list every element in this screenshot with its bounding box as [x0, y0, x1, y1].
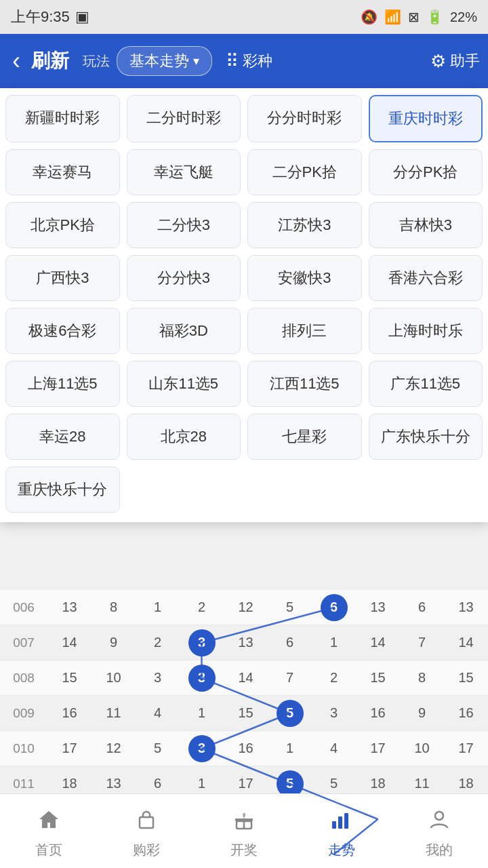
assistant-button[interactable]: ⚙ 助手	[430, 51, 480, 72]
table-row: 00714923136114714	[0, 625, 488, 660]
lottery-item-27[interactable]: 广东快乐十分	[369, 414, 483, 460]
svg-rect-4	[338, 816, 342, 829]
lottery-item-25[interactable]: 北京28	[127, 414, 241, 460]
lottery-item-7[interactable]: 分分PK拾	[369, 149, 483, 195]
nav-label-购彩: 购彩	[133, 841, 160, 859]
data-cell: 14	[224, 670, 268, 686]
table-row: 009161141155316916	[0, 696, 488, 731]
lottery-item-6[interactable]: 二分PK拾	[247, 149, 362, 195]
lottery-item-2[interactable]: 分分时时彩	[247, 95, 362, 142]
nav-item-首页[interactable]: 首页	[0, 804, 98, 859]
data-cell: 8	[92, 599, 136, 615]
svg-point-6	[435, 812, 443, 820]
back-button[interactable]: ‹	[8, 43, 24, 79]
data-cell: 3	[180, 735, 224, 762]
nav-item-购彩[interactable]: 购彩	[98, 804, 195, 859]
table-row: 008151033147215815	[0, 660, 488, 696]
header-title: 刷新	[31, 48, 69, 74]
chevron-down-icon: ▾	[193, 54, 199, 68]
row-id-cell: 006	[0, 600, 47, 615]
data-cell: 17	[444, 741, 488, 756]
data-cell: 5	[136, 741, 180, 756]
nav-item-我的[interactable]: 我的	[390, 804, 488, 859]
svg-rect-5	[344, 813, 348, 829]
lottery-item-24[interactable]: 幸运28	[5, 414, 120, 460]
lottery-item-13[interactable]: 分分快3	[127, 255, 241, 301]
lottery-item-11[interactable]: 吉林快3	[369, 202, 483, 248]
lottery-item-10[interactable]: 江苏快3	[247, 202, 362, 248]
nav-item-走势[interactable]: 走势	[293, 804, 390, 859]
lottery-item-28[interactable]: 重庆快乐十分	[5, 467, 120, 513]
data-cell: 17	[224, 776, 268, 791]
data-cell: 1	[180, 705, 224, 721]
lottery-item-21[interactable]: 山东11选5	[127, 361, 241, 407]
battery-percent: 22%	[450, 9, 477, 25]
data-cell: 15	[224, 705, 268, 721]
status-right: 🔕 📶 ⊠ 🔋 22%	[361, 9, 477, 25]
table-row: 0101712531614171017	[0, 731, 488, 766]
lottery-item-16[interactable]: 极速6合彩	[5, 308, 120, 354]
data-cell: 16	[47, 705, 92, 721]
data-cell: 10	[400, 741, 444, 756]
data-cell: 17	[356, 741, 400, 756]
row-id-cell: 009	[0, 706, 47, 721]
gear-icon: ⚙	[430, 51, 446, 72]
lottery-item-1[interactable]: 二分时时彩	[127, 95, 241, 142]
lottery-item-26[interactable]: 七星彩	[247, 414, 362, 460]
row-id-cell: 011	[0, 776, 47, 791]
lottery-item-4[interactable]: 幸运赛马	[5, 149, 120, 195]
data-cell: 6	[268, 635, 312, 650]
data-cell: 1	[180, 776, 224, 791]
data-cell: 3	[180, 665, 224, 692]
lottery-item-20[interactable]: 上海11选5	[5, 361, 120, 407]
lottery-item-3[interactable]: 重庆时时彩	[369, 95, 483, 142]
lottery-item-22[interactable]: 江西11选5	[247, 361, 362, 407]
data-cell: 14	[356, 635, 400, 650]
play-label: 玩法	[83, 52, 110, 71]
data-cell: 13	[356, 599, 400, 615]
data-cell: 6	[400, 599, 444, 615]
data-cell: 8	[400, 670, 444, 686]
data-cell: 7	[268, 670, 312, 686]
data-cell: 10	[92, 670, 136, 686]
data-cell: 12	[224, 599, 268, 615]
row-id-cell: 010	[0, 741, 47, 756]
nav-icon-购彩	[134, 808, 159, 837]
caizhong-button[interactable]: ⠿ 彩种	[226, 51, 272, 72]
lottery-item-18[interactable]: 排列三	[247, 308, 362, 354]
data-cell: 1	[268, 741, 312, 756]
caizhong-label: 彩种	[243, 51, 272, 71]
nav-item-开奖[interactable]: 开奖	[195, 804, 293, 859]
battery-icon: 🔋	[426, 9, 443, 25]
basic-trend-dropdown[interactable]: 基本走势 ▾	[117, 46, 212, 76]
data-cell: 11	[92, 705, 136, 721]
status-bar: 上午9:35 ▣ 🔕 📶 ⊠ 🔋 22%	[0, 0, 488, 34]
back-icon: ‹	[12, 47, 20, 75]
lottery-item-12[interactable]: 广西快3	[5, 255, 120, 301]
lottery-item-0[interactable]: 新疆时时彩	[5, 95, 120, 142]
lottery-item-17[interactable]: 福彩3D	[127, 308, 241, 354]
data-cell: 9	[92, 635, 136, 650]
lottery-item-19[interactable]: 上海时时乐	[369, 308, 483, 354]
lottery-item-8[interactable]: 北京PK拾	[5, 202, 120, 248]
data-cell: 3	[312, 705, 356, 721]
mute-icon: 🔕	[361, 9, 378, 25]
lottery-item-23[interactable]: 广东11选5	[369, 361, 483, 407]
assistant-label: 助手	[450, 51, 480, 71]
status-time: 上午9:35	[11, 7, 70, 27]
lottery-item-5[interactable]: 幸运飞艇	[127, 149, 241, 195]
data-cell: 3	[136, 670, 180, 686]
nav-label-首页: 首页	[35, 841, 62, 859]
table-row: 00613812125613613	[0, 590, 488, 625]
data-cell: 16	[356, 705, 400, 721]
sim-icon: ▣	[75, 8, 89, 26]
data-cell: 15	[444, 670, 488, 686]
svg-rect-3	[332, 821, 336, 829]
lottery-item-9[interactable]: 二分快3	[127, 202, 241, 248]
lottery-item-14[interactable]: 安徽快3	[247, 255, 362, 301]
data-cell: 12	[92, 741, 136, 756]
nav-label-走势: 走势	[328, 841, 355, 859]
lottery-item-15[interactable]: 香港六合彩	[369, 255, 483, 301]
highlighted-cell: 3	[188, 665, 216, 692]
nav-icon-我的	[427, 808, 451, 837]
